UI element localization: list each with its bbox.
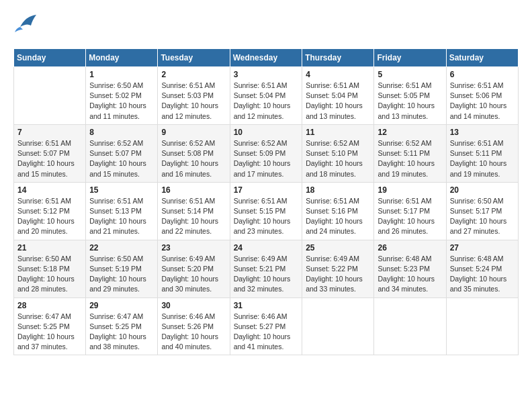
day-number: 9 [161,128,226,137]
day-number: 4 [306,70,370,79]
day-number: 17 [234,185,299,195]
calendar-cell: 5Sunrise: 6:51 AM Sunset: 5:05 PM Daylig… [374,67,446,125]
day-number: 28 [17,301,82,310]
day-number: 14 [17,185,82,195]
calendar-cell: 29Sunrise: 6:47 AM Sunset: 5:25 PM Dayli… [86,298,158,355]
calendar-cell: 3Sunrise: 6:51 AM Sunset: 5:04 PM Daylig… [230,67,302,125]
day-info: Sunrise: 6:52 AM Sunset: 5:09 PM Dayligh… [234,138,299,179]
day-number: 10 [234,128,299,137]
calendar-day-header: Thursday [302,49,374,67]
calendar-cell: 10Sunrise: 6:52 AM Sunset: 5:09 PM Dayli… [230,124,302,182]
calendar-cell: 27Sunrise: 6:48 AM Sunset: 5:24 PM Dayli… [446,240,518,298]
day-info: Sunrise: 6:51 AM Sunset: 5:11 PM Dayligh… [450,138,515,179]
calendar-cell: 6Sunrise: 6:51 AM Sunset: 5:06 PM Daylig… [446,67,518,125]
logo-bird-icon [13,13,38,38]
calendar-cell: 16Sunrise: 6:51 AM Sunset: 5:14 PM Dayli… [158,182,230,240]
calendar-cell: 21Sunrise: 6:50 AM Sunset: 5:18 PM Dayli… [14,240,86,298]
day-number: 15 [89,185,154,195]
day-number: 18 [306,185,370,195]
day-info: Sunrise: 6:49 AM Sunset: 5:20 PM Dayligh… [161,254,226,295]
page-header [13,13,519,38]
calendar-day-header: Monday [86,49,158,67]
day-number: 29 [89,301,154,310]
day-number: 13 [450,128,515,137]
calendar-cell: 25Sunrise: 6:49 AM Sunset: 5:22 PM Dayli… [302,240,374,298]
calendar-cell: 14Sunrise: 6:51 AM Sunset: 5:12 PM Dayli… [14,182,86,240]
day-number: 1 [89,70,154,79]
calendar-header-row: SundayMondayTuesdayWednesdayThursdayFrid… [14,49,519,67]
day-number: 23 [161,243,226,253]
calendar-cell: 18Sunrise: 6:51 AM Sunset: 5:16 PM Dayli… [302,182,374,240]
day-info: Sunrise: 6:51 AM Sunset: 5:15 PM Dayligh… [234,196,299,237]
day-info: Sunrise: 6:51 AM Sunset: 5:16 PM Dayligh… [306,196,370,237]
day-number: 7 [17,128,82,137]
day-number: 6 [450,70,515,79]
calendar-cell: 12Sunrise: 6:52 AM Sunset: 5:11 PM Dayli… [374,124,446,182]
day-info: Sunrise: 6:52 AM Sunset: 5:07 PM Dayligh… [89,138,154,179]
calendar-week-row: 1Sunrise: 6:50 AM Sunset: 5:02 PM Daylig… [14,67,519,125]
day-number: 3 [234,70,299,79]
calendar-cell: 7Sunrise: 6:51 AM Sunset: 5:07 PM Daylig… [14,124,86,182]
calendar-cell: 13Sunrise: 6:51 AM Sunset: 5:11 PM Dayli… [446,124,518,182]
day-info: Sunrise: 6:48 AM Sunset: 5:23 PM Dayligh… [378,254,442,295]
calendar-day-header: Tuesday [158,49,230,67]
day-info: Sunrise: 6:46 AM Sunset: 5:27 PM Dayligh… [234,312,299,353]
day-number: 30 [161,301,226,310]
day-number: 26 [378,243,442,253]
calendar-week-row: 14Sunrise: 6:51 AM Sunset: 5:12 PM Dayli… [14,182,519,240]
calendar-cell: 17Sunrise: 6:51 AM Sunset: 5:15 PM Dayli… [230,182,302,240]
day-info: Sunrise: 6:51 AM Sunset: 5:14 PM Dayligh… [161,196,226,237]
calendar-cell: 1Sunrise: 6:50 AM Sunset: 5:02 PM Daylig… [86,67,158,125]
day-info: Sunrise: 6:51 AM Sunset: 5:06 PM Dayligh… [450,81,515,122]
day-number: 16 [161,185,226,195]
day-number: 20 [450,185,515,195]
calendar-cell: 23Sunrise: 6:49 AM Sunset: 5:20 PM Dayli… [158,240,230,298]
calendar-day-header: Sunday [14,49,86,67]
day-info: Sunrise: 6:47 AM Sunset: 5:25 PM Dayligh… [17,312,82,353]
day-number: 11 [306,128,370,137]
day-info: Sunrise: 6:51 AM Sunset: 5:17 PM Dayligh… [378,196,442,237]
calendar-cell: 11Sunrise: 6:52 AM Sunset: 5:10 PM Dayli… [302,124,374,182]
day-info: Sunrise: 6:50 AM Sunset: 5:17 PM Dayligh… [450,196,515,237]
calendar-cell: 28Sunrise: 6:47 AM Sunset: 5:25 PM Dayli… [14,298,86,355]
day-info: Sunrise: 6:49 AM Sunset: 5:21 PM Dayligh… [234,254,299,295]
day-info: Sunrise: 6:49 AM Sunset: 5:22 PM Dayligh… [306,254,370,295]
day-info: Sunrise: 6:50 AM Sunset: 5:02 PM Dayligh… [89,81,154,122]
day-info: Sunrise: 6:51 AM Sunset: 5:04 PM Dayligh… [234,81,299,122]
calendar-table: SundayMondayTuesdayWednesdayThursdayFrid… [13,48,519,355]
calendar-cell: 15Sunrise: 6:51 AM Sunset: 5:13 PM Dayli… [86,182,158,240]
logo [13,13,40,38]
day-number: 19 [378,185,442,195]
day-number: 12 [378,128,442,137]
day-info: Sunrise: 6:52 AM Sunset: 5:08 PM Dayligh… [161,138,226,179]
day-number: 21 [17,243,82,253]
calendar-cell: 8Sunrise: 6:52 AM Sunset: 5:07 PM Daylig… [86,124,158,182]
calendar-week-row: 7Sunrise: 6:51 AM Sunset: 5:07 PM Daylig… [14,124,519,182]
day-number: 31 [234,301,299,310]
day-info: Sunrise: 6:51 AM Sunset: 5:13 PM Dayligh… [89,196,154,237]
day-number: 27 [450,243,515,253]
day-info: Sunrise: 6:51 AM Sunset: 5:03 PM Dayligh… [161,81,226,122]
day-number: 25 [306,243,370,253]
calendar-week-row: 21Sunrise: 6:50 AM Sunset: 5:18 PM Dayli… [14,240,519,298]
calendar-cell: 19Sunrise: 6:51 AM Sunset: 5:17 PM Dayli… [374,182,446,240]
day-info: Sunrise: 6:50 AM Sunset: 5:19 PM Dayligh… [89,254,154,295]
calendar-cell: 26Sunrise: 6:48 AM Sunset: 5:23 PM Dayli… [374,240,446,298]
day-number: 22 [89,243,154,253]
day-info: Sunrise: 6:51 AM Sunset: 5:07 PM Dayligh… [17,138,82,179]
calendar-cell [14,67,86,125]
calendar-cell: 24Sunrise: 6:49 AM Sunset: 5:21 PM Dayli… [230,240,302,298]
calendar-day-header: Friday [374,49,446,67]
calendar-cell: 4Sunrise: 6:51 AM Sunset: 5:04 PM Daylig… [302,67,374,125]
calendar-cell [302,298,374,355]
day-info: Sunrise: 6:46 AM Sunset: 5:26 PM Dayligh… [161,312,226,353]
day-info: Sunrise: 6:51 AM Sunset: 5:04 PM Dayligh… [306,81,370,122]
day-info: Sunrise: 6:51 AM Sunset: 5:05 PM Dayligh… [378,81,442,122]
calendar-cell: 31Sunrise: 6:46 AM Sunset: 5:27 PM Dayli… [230,298,302,355]
day-number: 24 [234,243,299,253]
day-info: Sunrise: 6:51 AM Sunset: 5:12 PM Dayligh… [17,196,82,237]
day-number: 5 [378,70,442,79]
day-info: Sunrise: 6:52 AM Sunset: 5:10 PM Dayligh… [306,138,370,179]
calendar-cell: 22Sunrise: 6:50 AM Sunset: 5:19 PM Dayli… [86,240,158,298]
calendar-cell [446,298,518,355]
